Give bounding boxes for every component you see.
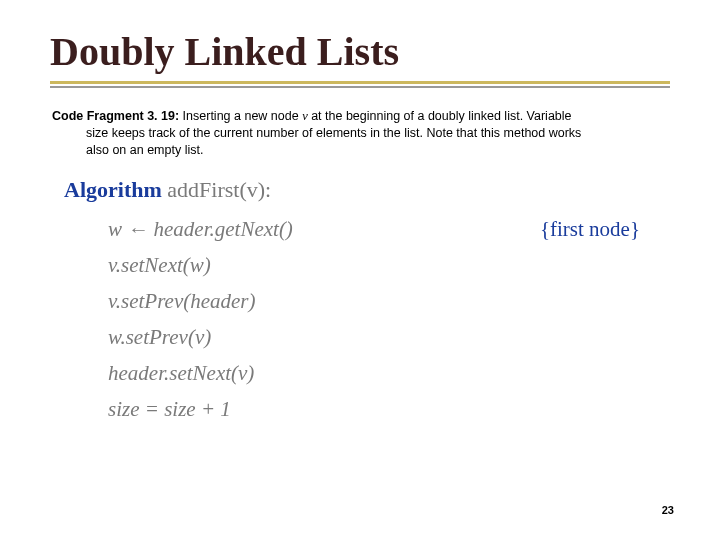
caption-text2: at the beginning of a doubly linked list… [308, 109, 572, 123]
algo-line-2: v.setNext(w) [108, 253, 670, 278]
algo-line-3: v.setPrev(header) [108, 289, 670, 314]
algorithm-keyword: Algorithm [64, 177, 162, 202]
algo-line-2-text: v.setNext(w) [108, 253, 211, 277]
title-underline-grey [50, 86, 670, 88]
algo-line-5-text: header.setNext(v) [108, 361, 254, 385]
algorithm-body: w ← header.getNext() {first node} v.setN… [64, 217, 670, 422]
slide-title: Doubly Linked Lists [50, 28, 670, 75]
algo-line-4: w.setPrev(v) [108, 325, 670, 350]
slide-content: Doubly Linked Lists Code Fragment 3. 19:… [0, 0, 720, 453]
algorithm-header: Algorithm addFirst(v): [64, 177, 670, 203]
algo-line-5: header.setNext(v) [108, 361, 670, 386]
code-fragment-caption: Code Fragment 3. 19: Inserting a new nod… [50, 108, 670, 159]
caption-line2: size keeps track of the current number o… [52, 125, 670, 142]
algo-line-6-text: size = size + 1 [108, 397, 231, 421]
algorithm-signature: addFirst(v): [162, 177, 271, 202]
algo-line-1-comment: {first node} [540, 217, 640, 242]
algo-line-6: size = size + 1 [108, 397, 670, 422]
algo-line-1-text: w ← header.getNext() [108, 217, 293, 241]
caption-line3: also on an empty list. [52, 142, 670, 159]
algo-line-4-text: w.setPrev(v) [108, 325, 211, 349]
caption-label: Code Fragment 3. 19: [52, 109, 179, 123]
title-underline-gold [50, 81, 670, 84]
algo-line-3-text: v.setPrev(header) [108, 289, 256, 313]
caption-text1: Inserting a new node [179, 109, 302, 123]
algorithm-block: Algorithm addFirst(v): w ← header.getNex… [50, 177, 670, 422]
algo-line-1: w ← header.getNext() {first node} [108, 217, 670, 242]
page-number: 23 [662, 504, 674, 516]
